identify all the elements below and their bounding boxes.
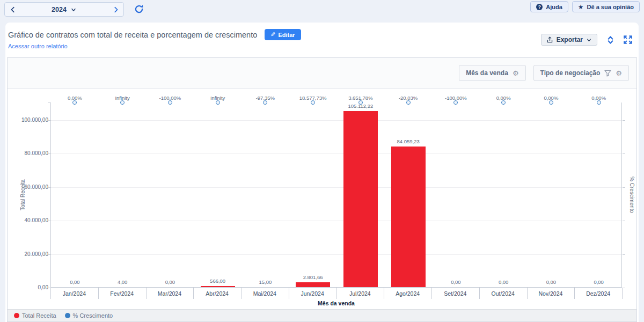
previous-year-button[interactable] [5, 3, 20, 16]
x-axis-tick-label: Set/2024 [431, 290, 479, 297]
bar-total-receita[interactable] [201, 286, 235, 287]
x-axis-tick-label: Mai/2024 [241, 290, 289, 297]
chart-filter-row: Mês da venda ⚙ Tipo de negociação ⚙ [8, 58, 636, 89]
bar-value-label: 15,00 [241, 279, 289, 285]
x-axis-tick-label: Ago/2024 [384, 290, 431, 297]
export-button[interactable]: Exportar [541, 34, 597, 46]
refresh-icon [134, 4, 144, 14]
chevron-right-icon [112, 6, 120, 13]
gridline [51, 221, 621, 221]
point-crescimento[interactable] [597, 100, 601, 105]
growth-value-label: Infinity [96, 95, 149, 101]
point-crescimento[interactable] [501, 100, 506, 105]
chevron-left-icon [9, 6, 17, 13]
funnel-icon [604, 70, 611, 77]
star-icon: ★ [578, 4, 584, 10]
bar-value-label: 0,00 [146, 279, 194, 285]
growth-value-label: 18.577,73% [286, 95, 340, 101]
x-axis-tick [479, 288, 480, 299]
y-axis-tick [623, 153, 625, 154]
x-axis-tick [431, 288, 432, 299]
next-year-button[interactable] [108, 3, 123, 16]
point-crescimento[interactable] [72, 100, 77, 105]
y-axis-tick [48, 120, 50, 121]
point-crescimento[interactable] [311, 100, 315, 105]
point-crescimento[interactable] [453, 100, 458, 105]
refresh-button[interactable] [133, 4, 145, 16]
bar-value-label: 566,00 [194, 278, 242, 284]
topbar-actions: ? Ajuda ★ Dê a sua opinião [530, 1, 640, 12]
point-crescimento[interactable] [216, 100, 220, 105]
question-icon: ? [536, 4, 543, 10]
bar-total-receita[interactable] [296, 282, 330, 287]
gear-icon: ⚙ [513, 70, 519, 77]
expand-icon [624, 35, 632, 44]
growth-value-label: -100,00% [429, 95, 482, 101]
edit-button[interactable]: ✎ Editar [265, 29, 301, 40]
point-crescimento[interactable] [168, 100, 172, 105]
year-dropdown[interactable]: 2024 [20, 3, 108, 16]
x-axis-tick [622, 288, 623, 299]
arrows-up-down-icon [606, 35, 614, 45]
point-crescimento[interactable] [406, 100, 411, 105]
bar-value-label: 0,00 [527, 279, 575, 285]
growth-value-label: -97,35% [238, 95, 292, 101]
x-axis-tick [241, 288, 241, 299]
y-axis-tick-label: 60.000,00 [10, 184, 48, 190]
x-axis-tick-label: Nov/2024 [526, 290, 574, 297]
bar-total-receita[interactable] [343, 111, 378, 287]
bar-total-receita[interactable] [391, 147, 426, 287]
chevron-down-icon [70, 6, 77, 13]
x-axis-tick-label: Fev/2024 [98, 290, 146, 297]
point-crescimento[interactable] [358, 100, 363, 105]
legend-dot-icon [14, 313, 19, 318]
filter-month-label: Mês da venda [466, 69, 508, 77]
point-crescimento[interactable] [120, 100, 125, 105]
x-axis-tick-label: Dez/2024 [574, 290, 622, 297]
x-axis-tick [289, 288, 289, 299]
x-axis-tick [336, 288, 337, 299]
chart-legend: Total Receita% Crescimento [8, 309, 636, 321]
gridline [51, 254, 621, 255]
x-axis-tick [146, 288, 147, 299]
growth-value-label: -20,03% [382, 95, 435, 101]
export-icon [546, 36, 553, 43]
legend-item[interactable]: Total Receita [14, 312, 56, 319]
feedback-label: Dê a sua opinião [587, 4, 634, 10]
legend-item[interactable]: % Crescimento [65, 312, 113, 319]
gridline [51, 187, 621, 188]
feedback-button[interactable]: ★ Dê a sua opinião [572, 1, 640, 12]
fullscreen-button[interactable] [624, 35, 632, 44]
y-axis-tick [623, 254, 625, 255]
filter-deal-type-button[interactable]: Tipo de negociação ⚙ [533, 65, 629, 81]
x-axis-tick-label: Jun/2024 [289, 290, 336, 297]
resize-height-button[interactable] [606, 35, 614, 45]
x-axis-tick-label: Jan/2024 [50, 290, 98, 297]
bar-value-label: 0,00 [479, 279, 528, 285]
x-axis-tick-label: Mar/2024 [145, 290, 193, 297]
growth-value-label: 0,00% [524, 95, 578, 101]
point-crescimento[interactable] [549, 100, 553, 105]
filter-month-button[interactable]: Mês da venda ⚙ [459, 65, 525, 81]
growth-value-label: Infinity [191, 95, 245, 101]
y-axis-tick [623, 288, 625, 288]
x-axis-tick-label: Jul/2024 [336, 290, 384, 297]
point-crescimento[interactable] [263, 100, 267, 105]
help-button[interactable]: ? Ajuda [530, 1, 568, 12]
growth-value-label: 0,00% [477, 95, 530, 101]
y-axis-tick [48, 103, 50, 103]
growth-value-label: 0,00% [572, 95, 626, 101]
y-axis-tick-label: 20.000,00 [10, 251, 48, 257]
x-axis-tick-label: Out/2024 [479, 290, 527, 297]
chart-area: Total Receita % Crescimento Mês da venda… [8, 89, 636, 310]
other-report-link[interactable]: Acessar outro relatório [8, 43, 68, 49]
legend-dot-icon [65, 313, 70, 318]
edit-label: Editar [278, 32, 295, 38]
growth-value-label: 3.651,78% [334, 95, 387, 101]
growth-value-label: 0,00% [48, 95, 101, 101]
y-axis-tick [48, 187, 50, 188]
y-axis-tick-label: 0,00 [10, 284, 48, 290]
chevron-down-icon [586, 37, 592, 43]
y-axis-tick [623, 221, 625, 221]
y-axis-tick-label: 40.000,00 [10, 217, 48, 223]
